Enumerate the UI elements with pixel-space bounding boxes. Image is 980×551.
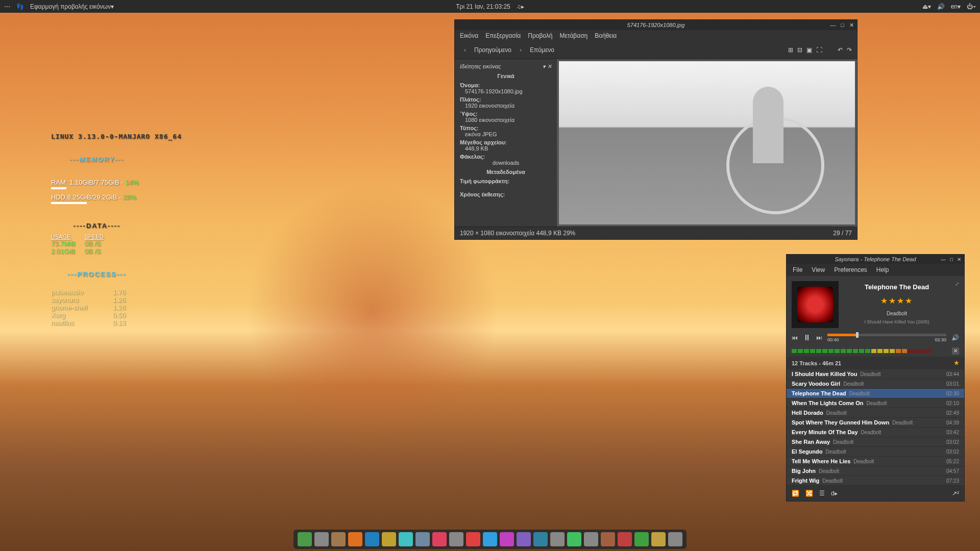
track-row[interactable]: Spot Where They Gunned Him DownDeadbolt0… — [787, 418, 964, 428]
menu-item[interactable]: View — [812, 266, 825, 273]
track-row[interactable]: When The Lights Come OnDeadbolt02:10 — [787, 398, 964, 408]
minimize-icon[interactable]: — — [941, 257, 946, 262]
data-header: ----DATA---- — [51, 222, 143, 230]
dock-app-icon[interactable] — [449, 532, 463, 546]
menu-item[interactable]: Help — [876, 266, 889, 273]
menu-item[interactable]: Προβολή — [528, 32, 552, 39]
dock-app-icon[interactable] — [483, 532, 497, 546]
maximize-icon[interactable]: □ — [841, 22, 844, 29]
image-viewer-titlebar[interactable]: 574176-980x551.jpg — □ ✕ — [455, 20, 857, 30]
app-menu[interactable]: Εφαρμογή προβολής εικόνων▾ — [30, 3, 114, 10]
track-artist: Deadbolt — [826, 410, 847, 416]
track-row[interactable]: Fright WigDeadbolt07:23 — [787, 476, 964, 486]
window-title: 574176-980x551.jpg — [627, 22, 685, 28]
album-cover[interactable] — [792, 281, 839, 328]
clock[interactable]: Τρι 21 Ιαν, 21:03:25 — [456, 3, 510, 10]
dock-app-icon[interactable] — [314, 532, 329, 546]
track-row[interactable]: Big JohnDeadbolt04:57 — [787, 466, 964, 476]
keyboard-layout[interactable]: en▾ — [951, 3, 961, 10]
track-duration: 03:01 — [946, 381, 959, 387]
track-row[interactable]: I Should Have Killed YouDeadbolt03:44 — [787, 369, 964, 379]
music-indicator-icon[interactable]: ♫▸ — [517, 3, 524, 10]
image-preview[interactable] — [557, 59, 857, 227]
gnome-foot-icon[interactable]: 👣 — [16, 3, 24, 10]
track-row[interactable]: Hell DoradoDeadbolt02:49 — [787, 408, 964, 418]
expand-icon[interactable]: ⤢ — [955, 281, 959, 328]
repeat-icon[interactable]: 🔁 — [792, 490, 799, 497]
progress-bar[interactable]: 00:4002:30 — [827, 334, 946, 342]
dock-app-icon[interactable] — [651, 532, 666, 546]
track-duration: 04:57 — [946, 468, 959, 474]
zoom-in-icon[interactable]: ⊞ — [788, 46, 793, 54]
track-row[interactable]: Scary Voodoo GirlDeadbolt03:01 — [787, 379, 964, 389]
next-arrow-icon[interactable]: › — [516, 44, 526, 56]
menu-item[interactable]: Εικόνα — [460, 32, 478, 39]
track-artist: Deadbolt — [826, 449, 846, 455]
track-name: Big John — [792, 468, 816, 474]
prev-track-icon[interactable]: ⏮ — [792, 334, 798, 341]
process-value: 1.26 — [113, 304, 151, 311]
dock-app-icon[interactable] — [365, 532, 379, 546]
minimize-icon[interactable]: — — [830, 22, 836, 29]
dock-app-icon[interactable] — [432, 532, 447, 546]
menu-item[interactable]: Βοήθεια — [595, 32, 617, 39]
dock-app-icon[interactable] — [415, 532, 430, 546]
menu-item[interactable]: Preferences — [834, 266, 867, 273]
prev-arrow-icon[interactable]: ‹ — [460, 44, 470, 56]
track-artist: Deadbolt — [867, 400, 887, 406]
zoom-fit-icon[interactable]: ▣ — [806, 46, 812, 54]
pause-icon[interactable]: ⏸ — [803, 333, 811, 342]
eq-close-icon[interactable]: ✕ — [952, 347, 959, 355]
dock-app-icon[interactable] — [618, 532, 632, 546]
track-row[interactable]: Every Minute Of The DayDeadbolt03:42 — [787, 428, 964, 437]
next-button[interactable]: Επόμενο — [530, 46, 554, 54]
maximize-icon[interactable]: □ — [950, 257, 953, 262]
dock-app-icon[interactable] — [348, 532, 362, 546]
close-icon[interactable]: ✕ — [849, 22, 854, 29]
dock-app-icon[interactable] — [500, 532, 514, 546]
player-titlebar[interactable]: Sayonara - Telephone The Dead — □ ✕ — [787, 255, 964, 264]
props-close-icon[interactable]: ▾ ✕ — [543, 63, 552, 70]
fullscreen-icon[interactable]: ⛶ — [816, 46, 822, 54]
dynamic-icon[interactable]: d▸ — [831, 490, 838, 497]
track-row[interactable]: Telephone The DeadDeadbolt02:30 — [787, 389, 964, 398]
menu-item[interactable]: Επεξεργασία — [485, 32, 521, 39]
menu-item[interactable]: Μετάβαση — [559, 32, 587, 39]
eject-icon[interactable]: ⏏▾ — [922, 3, 931, 10]
equalizer: ✕ — [787, 345, 964, 357]
rating-stars[interactable]: ★★★★ — [845, 296, 949, 306]
track-row[interactable]: Tell Me Where He LiesDeadbolt05:22 — [787, 457, 964, 466]
hdd-bar — [51, 202, 87, 204]
dock-app-icon[interactable] — [298, 532, 312, 546]
track-row[interactable]: She Ran AwayDeadbolt03:02 — [787, 437, 964, 447]
list-icon[interactable]: ☰ — [819, 490, 825, 497]
shuffle-icon[interactable]: 🔀 — [805, 490, 813, 497]
activities-icon[interactable]: ⋯ — [4, 3, 10, 10]
rotate-right-icon[interactable]: ↷ — [847, 46, 852, 54]
dock-app-icon[interactable] — [601, 532, 615, 546]
dock-app-icon[interactable] — [517, 532, 531, 546]
track-row[interactable]: El SegundoDeadbolt03:02 — [787, 447, 964, 457]
favorite-icon[interactable]: ★ — [954, 360, 959, 366]
dock-app-icon[interactable] — [382, 532, 396, 546]
dock-app-icon[interactable] — [331, 532, 346, 546]
dock-app-icon[interactable] — [466, 532, 480, 546]
process-name: Xorg — [51, 311, 113, 319]
rotate-left-icon[interactable]: ↶ — [838, 46, 843, 54]
dock-app-icon[interactable] — [550, 532, 565, 546]
menu-item[interactable]: File — [793, 266, 802, 273]
playlist-menu-icon[interactable]: ↗² — [952, 490, 959, 497]
zoom-out-icon[interactable]: ⊟ — [797, 46, 802, 54]
dock-app-icon[interactable] — [584, 532, 598, 546]
prev-button[interactable]: Προηγούμενο — [474, 46, 511, 54]
dock-app-icon[interactable] — [399, 532, 413, 546]
volume-icon[interactable]: 🔊 — [937, 3, 945, 10]
close-icon[interactable]: ✕ — [957, 257, 961, 262]
dock-app-icon[interactable] — [668, 532, 682, 546]
dock-app-icon[interactable] — [567, 532, 581, 546]
volume-icon[interactable]: 🔊 — [951, 334, 959, 341]
next-track-icon[interactable]: ⏭ — [816, 334, 822, 341]
dock-app-icon[interactable] — [533, 532, 548, 546]
dock-app-icon[interactable] — [634, 532, 649, 546]
power-icon[interactable]: ⏻▾ — [967, 3, 976, 10]
